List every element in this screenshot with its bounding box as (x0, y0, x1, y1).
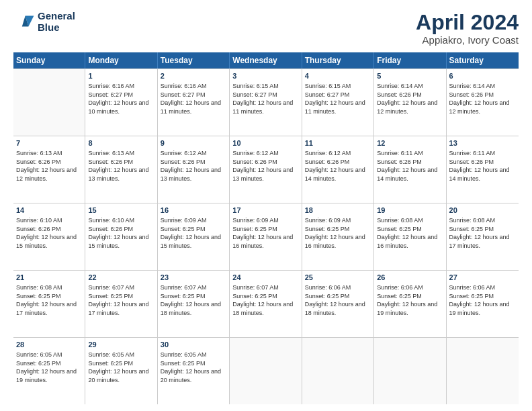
page-title: April 2024 (416, 11, 519, 34)
day-number: 27 (449, 273, 516, 283)
calendar-cell: 21Sunrise: 6:08 AMSunset: 6:25 PMDayligh… (13, 271, 85, 337)
calendar-cell: 6Sunrise: 6:14 AMSunset: 6:26 PMDaylight… (447, 69, 519, 136)
calendar-cell: 16Sunrise: 6:09 AMSunset: 6:25 PMDayligh… (158, 203, 230, 270)
calendar-cell: 10Sunrise: 6:12 AMSunset: 6:26 PMDayligh… (230, 136, 302, 203)
day-number: 18 (305, 205, 371, 216)
day-number: 10 (232, 138, 298, 148)
day-number: 19 (377, 205, 443, 216)
day-info: Sunrise: 6:07 AMSunset: 6:25 PMDaylight:… (88, 283, 154, 317)
calendar-cell: 9Sunrise: 6:12 AMSunset: 6:26 PMDaylight… (158, 136, 230, 203)
calendar-cell: 15Sunrise: 6:10 AMSunset: 6:26 PMDayligh… (85, 203, 157, 270)
day-number: 2 (161, 71, 226, 81)
day-number: 29 (88, 340, 154, 350)
calendar-body: 1Sunrise: 6:16 AMSunset: 6:27 PMDaylight… (13, 68, 519, 404)
calendar-cell: 26Sunrise: 6:06 AMSunset: 6:25 PMDayligh… (374, 271, 446, 337)
day-info: Sunrise: 6:07 AMSunset: 6:25 PMDaylight:… (232, 283, 298, 317)
day-number: 11 (305, 138, 371, 148)
day-number: 14 (16, 205, 82, 216)
calendar-cell: 23Sunrise: 6:07 AMSunset: 6:25 PMDayligh… (158, 271, 230, 337)
logo-text: General Blue (38, 11, 75, 33)
day-info: Sunrise: 6:16 AMSunset: 6:27 PMDaylight:… (161, 82, 226, 116)
day-number: 22 (88, 273, 154, 283)
logo-icon (13, 11, 35, 33)
calendar-cell: 27Sunrise: 6:06 AMSunset: 6:25 PMDayligh… (447, 271, 519, 337)
calendar-cell: 11Sunrise: 6:12 AMSunset: 6:26 PMDayligh… (302, 136, 374, 203)
day-info: Sunrise: 6:12 AMSunset: 6:26 PMDaylight:… (305, 149, 371, 183)
day-info: Sunrise: 6:09 AMSunset: 6:25 PMDaylight:… (161, 216, 226, 250)
day-info: Sunrise: 6:12 AMSunset: 6:26 PMDaylight:… (161, 149, 226, 183)
calendar-cell: 8Sunrise: 6:13 AMSunset: 6:26 PMDaylight… (85, 136, 157, 203)
day-info: Sunrise: 6:08 AMSunset: 6:25 PMDaylight:… (449, 216, 516, 250)
calendar-cell: 13Sunrise: 6:11 AMSunset: 6:26 PMDayligh… (447, 136, 519, 203)
day-info: Sunrise: 6:10 AMSunset: 6:26 PMDaylight:… (88, 216, 154, 250)
day-info: Sunrise: 6:13 AMSunset: 6:26 PMDaylight:… (88, 149, 154, 183)
day-number: 1 (88, 71, 154, 81)
day-number: 9 (161, 138, 226, 148)
calendar-cell: 24Sunrise: 6:07 AMSunset: 6:25 PMDayligh… (230, 271, 302, 337)
calendar-cell: 18Sunrise: 6:09 AMSunset: 6:25 PMDayligh… (302, 203, 374, 270)
day-info: Sunrise: 6:05 AMSunset: 6:25 PMDaylight:… (88, 351, 154, 384)
day-number: 13 (449, 138, 516, 148)
calendar-cell (447, 338, 519, 404)
calendar-header-cell: Thursday (302, 52, 374, 68)
calendar-cell: 3Sunrise: 6:15 AMSunset: 6:27 PMDaylight… (230, 69, 302, 136)
calendar-cell: 2Sunrise: 6:16 AMSunset: 6:27 PMDaylight… (158, 69, 230, 136)
day-number: 6 (449, 71, 516, 81)
day-info: Sunrise: 6:15 AMSunset: 6:27 PMDaylight:… (305, 82, 371, 116)
calendar-header: SundayMondayTuesdayWednesdayThursdayFrid… (13, 52, 519, 68)
calendar-cell: 5Sunrise: 6:14 AMSunset: 6:26 PMDaylight… (374, 69, 446, 136)
calendar-cell: 4Sunrise: 6:15 AMSunset: 6:27 PMDaylight… (302, 69, 374, 136)
day-number: 5 (377, 71, 443, 81)
day-number: 7 (16, 138, 82, 148)
day-info: Sunrise: 6:07 AMSunset: 6:25 PMDaylight:… (161, 283, 226, 317)
calendar-cell (230, 338, 302, 404)
day-info: Sunrise: 6:06 AMSunset: 6:25 PMDaylight:… (449, 283, 516, 317)
day-info: Sunrise: 6:09 AMSunset: 6:25 PMDaylight:… (232, 216, 298, 250)
day-number: 26 (377, 273, 443, 283)
calendar-row: 1Sunrise: 6:16 AMSunset: 6:27 PMDaylight… (13, 69, 519, 136)
day-number: 12 (377, 138, 443, 148)
calendar-header-cell: Sunday (13, 52, 85, 68)
day-info: Sunrise: 6:16 AMSunset: 6:27 PMDaylight:… (88, 82, 154, 116)
page: General Blue April 2024 Appiakro, Ivory … (0, 0, 532, 411)
day-info: Sunrise: 6:05 AMSunset: 6:25 PMDaylight:… (16, 351, 82, 384)
day-info: Sunrise: 6:14 AMSunset: 6:26 PMDaylight:… (449, 82, 516, 116)
calendar-cell: 30Sunrise: 6:05 AMSunset: 6:25 PMDayligh… (158, 338, 230, 404)
header: General Blue April 2024 Appiakro, Ivory … (13, 11, 519, 46)
calendar-row: 21Sunrise: 6:08 AMSunset: 6:25 PMDayligh… (13, 271, 519, 338)
logo: General Blue (13, 11, 75, 33)
calendar: SundayMondayTuesdayWednesdayThursdayFrid… (13, 52, 519, 404)
calendar-cell: 7Sunrise: 6:13 AMSunset: 6:26 PMDaylight… (13, 136, 85, 203)
day-info: Sunrise: 6:08 AMSunset: 6:25 PMDaylight:… (377, 216, 443, 250)
day-number: 8 (88, 138, 154, 148)
day-info: Sunrise: 6:11 AMSunset: 6:26 PMDaylight:… (377, 149, 443, 183)
day-number: 25 (305, 273, 371, 283)
day-number: 16 (161, 205, 226, 216)
page-subtitle: Appiakro, Ivory Coast (416, 34, 519, 46)
calendar-header-cell: Saturday (447, 52, 519, 68)
calendar-row: 14Sunrise: 6:10 AMSunset: 6:26 PMDayligh… (13, 203, 519, 271)
day-info: Sunrise: 6:10 AMSunset: 6:26 PMDaylight:… (16, 216, 82, 250)
day-info: Sunrise: 6:09 AMSunset: 6:25 PMDaylight:… (305, 216, 371, 250)
calendar-cell: 29Sunrise: 6:05 AMSunset: 6:25 PMDayligh… (85, 338, 157, 404)
calendar-row: 28Sunrise: 6:05 AMSunset: 6:25 PMDayligh… (13, 338, 519, 404)
day-number: 24 (232, 273, 298, 283)
calendar-cell: 28Sunrise: 6:05 AMSunset: 6:25 PMDayligh… (13, 338, 85, 404)
title-block: April 2024 Appiakro, Ivory Coast (416, 11, 519, 46)
calendar-row: 7Sunrise: 6:13 AMSunset: 6:26 PMDaylight… (13, 136, 519, 203)
calendar-cell: 19Sunrise: 6:08 AMSunset: 6:25 PMDayligh… (374, 203, 446, 270)
calendar-cell: 12Sunrise: 6:11 AMSunset: 6:26 PMDayligh… (374, 136, 446, 203)
calendar-header-cell: Tuesday (158, 52, 230, 68)
day-number: 3 (232, 71, 298, 81)
day-number: 23 (161, 273, 226, 283)
day-info: Sunrise: 6:11 AMSunset: 6:26 PMDaylight:… (449, 149, 516, 183)
calendar-cell: 22Sunrise: 6:07 AMSunset: 6:25 PMDayligh… (85, 271, 157, 337)
day-info: Sunrise: 6:08 AMSunset: 6:25 PMDaylight:… (16, 283, 82, 317)
day-number: 28 (16, 340, 82, 350)
calendar-cell: 17Sunrise: 6:09 AMSunset: 6:25 PMDayligh… (230, 203, 302, 270)
day-number: 21 (16, 273, 82, 283)
calendar-header-cell: Wednesday (230, 52, 302, 68)
calendar-cell: 20Sunrise: 6:08 AMSunset: 6:25 PMDayligh… (447, 203, 519, 270)
day-number: 17 (232, 205, 298, 216)
calendar-cell: 25Sunrise: 6:06 AMSunset: 6:25 PMDayligh… (302, 271, 374, 337)
